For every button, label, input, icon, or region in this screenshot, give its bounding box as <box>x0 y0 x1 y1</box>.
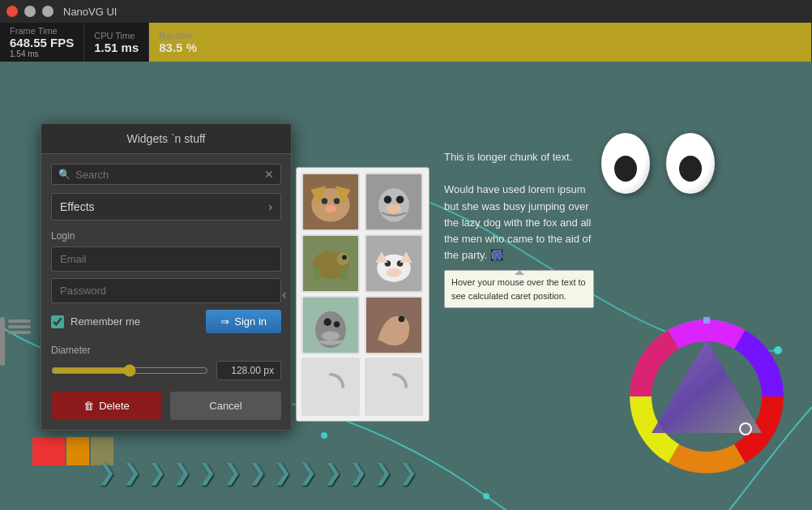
diameter-value: 128.00 px <box>216 361 281 380</box>
image-cell-4[interactable] <box>365 234 423 293</box>
text-panel: This is longer chunk of text. Would have… <box>444 133 594 308</box>
search-input[interactable] <box>75 169 264 181</box>
delete-label: Delete <box>99 400 130 412</box>
random-block: Random 83.5 % <box>149 23 812 62</box>
slider-row: 128.00 px <box>51 361 281 380</box>
dialog-body: 🔍 ✕ Effects › Login Remember me ⇒ <box>41 154 291 430</box>
arrow-7: ❯ <box>248 459 267 486</box>
effects-label: Effects <box>60 200 268 213</box>
ham-line-1 <box>8 319 31 323</box>
svg-rect-18 <box>314 268 320 281</box>
dialog-header: Widgets `n stuff <box>41 124 291 154</box>
delete-icon: 🗑 <box>83 400 94 412</box>
svg-point-9 <box>334 198 340 204</box>
svg-rect-19 <box>341 268 348 281</box>
image-cell-2[interactable] <box>365 173 423 231</box>
svg-point-13 <box>383 195 391 203</box>
arrow-2: ❯ <box>122 459 141 486</box>
arrow-11: ❯ <box>348 459 367 486</box>
tooltip-text: Hover your mouse over the text to see ca… <box>451 277 586 301</box>
maximize-button[interactable] <box>42 6 53 17</box>
svg-rect-37 <box>366 359 421 414</box>
remember-checkbox[interactable] <box>51 315 64 328</box>
cancel-button[interactable]: Cancel <box>170 392 281 420</box>
title-bar: NanoVG UI <box>0 0 812 23</box>
clear-icon[interactable]: ✕ <box>264 168 274 181</box>
svg-point-10 <box>324 205 336 212</box>
close-button[interactable] <box>6 6 18 17</box>
hamburger-menu[interactable] <box>8 317 31 336</box>
dialog-title: Widgets `n stuff <box>126 132 205 145</box>
diameter-number: 128.00 <box>231 365 261 376</box>
right-eye-pupil <box>679 156 702 182</box>
diameter-label: Diameter <box>51 345 281 356</box>
arrow-10: ❯ <box>323 459 342 486</box>
arrow-6: ❯ <box>223 459 241 486</box>
arrow-9: ❯ <box>298 459 317 486</box>
random-label: Random <box>159 31 801 41</box>
frame-time-value: 648.55 FPS <box>10 36 74 49</box>
effects-arrow-icon: › <box>268 200 272 213</box>
svg-point-26 <box>386 268 401 277</box>
svg-point-33 <box>322 332 340 341</box>
search-row: 🔍 ✕ <box>51 164 281 185</box>
svg-point-15 <box>386 204 401 213</box>
ham-line-2 <box>8 325 31 328</box>
arrow-5: ❯ <box>198 459 216 486</box>
password-input[interactable] <box>51 278 281 303</box>
image-grid <box>301 173 424 416</box>
diameter-unit: px <box>263 365 274 376</box>
signin-label: Sign in <box>234 315 267 328</box>
left-eye <box>601 133 650 194</box>
arrows-row: ❯ ❯ ❯ ❯ ❯ ❯ ❯ ❯ ❯ ❯ ❯ ❯ ❯ <box>97 459 417 486</box>
remember-row: Remember me ⇒ Sign in <box>51 310 281 333</box>
arrow-13: ❯ <box>399 459 417 486</box>
image-cell-8[interactable] <box>365 358 423 416</box>
svg-rect-36 <box>303 359 358 414</box>
ham-line-3 <box>8 331 31 334</box>
image-cell-6[interactable] <box>365 296 423 354</box>
delete-button[interactable]: 🗑 Delete <box>51 392 162 420</box>
svg-point-35 <box>398 316 404 323</box>
random-value: 83.5 % <box>159 41 801 54</box>
main-text-content: This is longer chunk of text. Would have… <box>444 151 591 261</box>
eyes-container <box>601 133 715 194</box>
remember-label: Remember me <box>71 315 199 328</box>
cpu-time-block: CPU Time 1.51 ms <box>84 23 149 62</box>
frame-time-label: Frame Time <box>10 26 74 36</box>
minimize-button[interactable] <box>24 6 36 17</box>
svg-point-1 <box>483 493 489 499</box>
stats-bar: Frame Time 648.55 FPS 1.54 ms CPU Time 1… <box>0 23 812 62</box>
svg-point-32 <box>334 321 340 328</box>
image-cell-3[interactable] <box>301 234 360 293</box>
diameter-slider[interactable] <box>51 364 208 377</box>
signin-button[interactable]: ⇒ Sign in <box>206 310 281 333</box>
login-label: Login <box>51 230 281 242</box>
image-cell-5[interactable] <box>301 296 360 354</box>
image-cell-7[interactable] <box>301 358 360 416</box>
arrow-1: ❯ <box>97 459 116 486</box>
cpu-time-value: 1.51 ms <box>94 41 139 54</box>
frame-time-block: Frame Time 648.55 FPS 1.54 ms <box>0 23 84 62</box>
svg-point-31 <box>324 319 331 326</box>
svg-point-0 <box>321 432 327 439</box>
image-cell-1[interactable] <box>301 173 360 231</box>
dialog: Widgets `n stuff 🔍 ✕ Effects › Login <box>41 123 292 431</box>
left-eye-pupil <box>614 156 637 182</box>
arrow-4: ❯ <box>173 459 191 486</box>
login-section: Login Remember me ⇒ Sign in <box>51 230 281 333</box>
color-wheel[interactable] <box>626 315 788 478</box>
signin-icon: ⇒ <box>220 315 229 328</box>
email-input[interactable] <box>51 246 281 272</box>
scroll-handle[interactable] <box>0 317 5 366</box>
color-box-red <box>32 437 65 465</box>
image-picker-back-icon[interactable]: ‹ <box>282 286 287 303</box>
effects-row[interactable]: Effects › <box>51 193 281 221</box>
image-picker: ‹ <box>296 167 430 422</box>
svg-point-21 <box>342 255 347 260</box>
arrow-12: ❯ <box>374 459 392 486</box>
svg-point-8 <box>322 198 328 204</box>
tooltip-box: Hover your mouse over the text to see ca… <box>444 270 594 308</box>
cancel-label: Cancel <box>209 400 241 412</box>
svg-point-14 <box>395 195 403 203</box>
